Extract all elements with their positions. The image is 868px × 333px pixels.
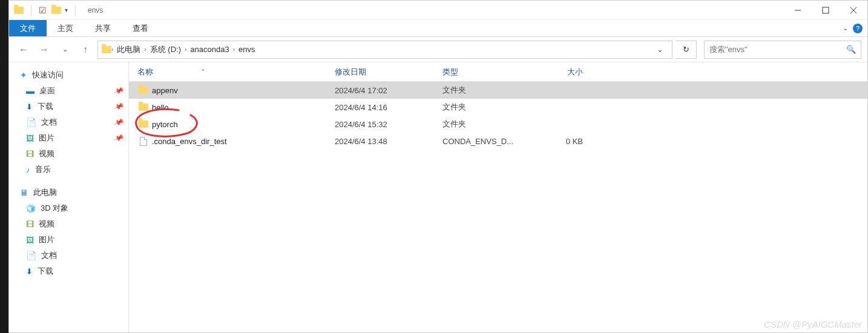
- sidebar-item-videos[interactable]: 🎞视频: [9, 146, 128, 162]
- folder-icon: [51, 5, 61, 15]
- up-button[interactable]: ↑: [77, 41, 94, 58]
- forward-button[interactable]: →: [36, 41, 53, 58]
- sidebar-item-music[interactable]: ♪音乐: [9, 162, 128, 177]
- download-icon: ⬇: [26, 267, 33, 276]
- pin-icon: 📌: [113, 117, 125, 128]
- nav-bar: ← → ⌄ ↑ › 此电脑 › 系统 (D:) › anaconda3 › en…: [9, 37, 867, 62]
- document-icon: 📄: [26, 251, 36, 260]
- ribbon-tab-view[interactable]: 查看: [122, 20, 159, 36]
- maximize-button[interactable]: [812, 1, 840, 20]
- file-size: 0 KB: [534, 137, 589, 146]
- breadcrumb-item[interactable]: 此电脑: [113, 44, 144, 55]
- pin-icon: 📌: [113, 85, 125, 96]
- sidebar-item-downloads2[interactable]: ⬇下载: [9, 263, 128, 279]
- file-name: pytorch: [150, 120, 335, 129]
- sidebar-item-label: 下载: [38, 101, 53, 112]
- search-box[interactable]: 🔍: [704, 41, 861, 59]
- sidebar-item-videos2[interactable]: 🎞视频: [9, 216, 128, 232]
- column-header-size[interactable]: 大小: [534, 67, 589, 77]
- pin-icon: 📌: [113, 133, 125, 143]
- folder-icon: [137, 120, 150, 128]
- history-dropdown-icon[interactable]: ⌄: [56, 41, 73, 58]
- file-name: hello: [150, 103, 335, 112]
- file-row[interactable]: appenv2024/6/4 17:02文件夹: [129, 82, 867, 99]
- search-icon[interactable]: 🔍: [846, 45, 856, 54]
- video-icon: 🎞: [26, 150, 34, 159]
- explorer-window: ☑ ▾ envs 文件 主页 共享 查看 ⌄ ? ← → ⌄ ↑ › 此电脑: [8, 0, 868, 333]
- sidebar-item-label: 文档: [41, 117, 57, 128]
- breadcrumb-item[interactable]: 系统 (D:): [146, 44, 185, 55]
- window-controls: [784, 1, 867, 20]
- file-row[interactable]: pytorch2024/6/4 15:32文件夹: [129, 116, 867, 133]
- sidebar-item-label: 图片: [39, 234, 54, 245]
- sidebar-item-pictures2[interactable]: 🖼图片: [9, 232, 128, 248]
- desktop-icon: ▬: [26, 86, 35, 96]
- sidebar-this-pc[interactable]: 🖥 此电脑: [9, 185, 128, 200]
- column-headers: 名称˄ 修改日期 类型 大小: [129, 62, 867, 82]
- file-date: 2024/6/4 13:48: [335, 137, 442, 146]
- back-button[interactable]: ←: [15, 41, 32, 58]
- sidebar-item-label: 文档: [41, 250, 57, 261]
- file-type: 文件夹: [442, 85, 534, 96]
- sidebar-item-documents2[interactable]: 📄文档: [9, 248, 128, 263]
- ribbon-tab-file[interactable]: 文件: [9, 20, 47, 36]
- sidebar-quick-access[interactable]: ✦ 快速访问: [9, 67, 128, 83]
- svg-rect-1: [823, 7, 829, 13]
- sidebar-item-downloads[interactable]: ⬇下载📌: [9, 99, 128, 114]
- picture-icon: 🖼: [26, 236, 34, 245]
- pin-icon: 📌: [113, 101, 125, 112]
- file-date: 2024/6/4 17:02: [335, 86, 442, 95]
- sidebar-item-3d[interactable]: 🧊3D 对象: [9, 200, 128, 216]
- file-row[interactable]: hello2024/6/4 14:16文件夹: [129, 99, 867, 116]
- picture-icon: 🖼: [26, 134, 34, 143]
- file-row[interactable]: .conda_envs_dir_test2024/6/4 13:48CONDA_…: [129, 133, 867, 150]
- separator: [31, 5, 31, 16]
- breadcrumb-dropdown-icon[interactable]: ⌄: [652, 45, 668, 54]
- cube-icon: 🧊: [26, 204, 36, 213]
- qat-dropdown-icon[interactable]: ▾: [65, 7, 68, 13]
- sidebar-item-label: 快速访问: [32, 70, 64, 81]
- close-button[interactable]: [840, 1, 867, 20]
- ribbon-expand-icon[interactable]: ⌄: [843, 24, 848, 32]
- file-name: .conda_envs_dir_test: [150, 137, 335, 146]
- folder-icon: [137, 87, 150, 94]
- ribbon-tab-home[interactable]: 主页: [47, 20, 84, 36]
- checkbox-icon[interactable]: ☑: [39, 5, 47, 15]
- sidebar-item-label: 桌面: [39, 85, 55, 96]
- file-type: CONDA_ENVS_D...: [442, 137, 534, 146]
- folder-icon: [102, 45, 111, 54]
- sidebar-item-label: 3D 对象: [41, 203, 68, 214]
- file-list-pane: 名称˄ 修改日期 类型 大小 appenv2024/6/4 17:02文件夹he…: [129, 62, 867, 332]
- sidebar-item-desktop[interactable]: ▬桌面📌: [9, 83, 128, 99]
- minimize-button[interactable]: [784, 1, 812, 20]
- column-header-date[interactable]: 修改日期: [335, 67, 442, 77]
- download-icon: ⬇: [26, 102, 33, 111]
- file-type: 文件夹: [442, 119, 534, 130]
- sort-ascending-icon: ˄: [202, 68, 205, 75]
- file-date: 2024/6/4 15:32: [335, 120, 442, 129]
- title-bar: ☑ ▾ envs: [9, 1, 867, 20]
- file-rows: appenv2024/6/4 17:02文件夹hello2024/6/4 14:…: [129, 82, 867, 332]
- sidebar-item-label: 音乐: [35, 164, 51, 175]
- help-icon[interactable]: ?: [853, 24, 863, 33]
- video-icon: 🎞: [26, 220, 34, 229]
- folder-icon: [137, 104, 150, 111]
- breadcrumb[interactable]: › 此电脑 › 系统 (D:) › anaconda3 › envs ⌄: [97, 41, 672, 59]
- music-icon: ♪: [26, 165, 30, 174]
- sidebar-item-label: 图片: [39, 133, 54, 143]
- navigation-pane[interactable]: ✦ 快速访问 ▬桌面📌 ⬇下载📌 📄文档📌 🖼图片📌 🎞视频 ♪音乐 🖥 此电脑…: [9, 62, 129, 332]
- sidebar-item-label: 下载: [38, 266, 53, 277]
- ribbon-tab-share[interactable]: 共享: [84, 20, 122, 36]
- sidebar-item-pictures[interactable]: 🖼图片📌: [9, 130, 128, 146]
- sidebar-item-documents[interactable]: 📄文档📌: [9, 114, 128, 130]
- column-header-name[interactable]: 名称˄: [137, 67, 335, 77]
- breadcrumb-item[interactable]: envs: [235, 45, 258, 54]
- file-type: 文件夹: [442, 102, 534, 113]
- column-header-type[interactable]: 类型: [442, 67, 534, 77]
- content: ✦ 快速访问 ▬桌面📌 ⬇下载📌 📄文档📌 🖼图片📌 🎞视频 ♪音乐 🖥 此电脑…: [9, 62, 867, 332]
- search-input[interactable]: [709, 45, 846, 54]
- refresh-button[interactable]: ↻: [676, 41, 697, 59]
- folder-icon: [14, 5, 24, 15]
- ribbon: 文件 主页 共享 查看 ⌄ ?: [9, 20, 867, 37]
- breadcrumb-item[interactable]: anaconda3: [186, 45, 232, 54]
